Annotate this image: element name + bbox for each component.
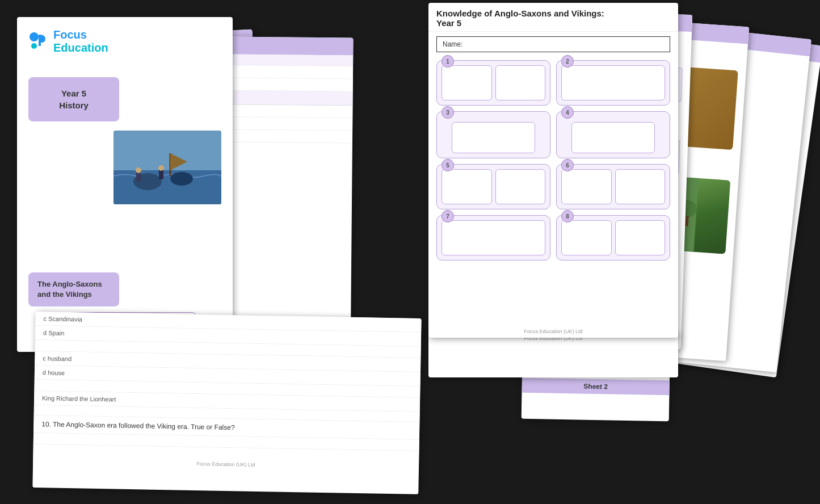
name-field: Name: <box>436 36 670 52</box>
logo-text: Focus Education <box>53 28 108 54</box>
k-num-5: 5 <box>441 159 454 171</box>
bottom-knowledge-footer: Focus Education (UK) Ltd <box>428 332 678 377</box>
knowledge-footer: Focus Education (UK) Ltd <box>428 329 678 334</box>
k-box-5a <box>441 169 492 204</box>
k-box-3 <box>441 122 545 153</box>
k-box-2a <box>561 65 665 100</box>
cover-image <box>113 131 221 204</box>
year-label: Year 5 <box>40 89 108 98</box>
topic-label: The Anglo-Saxons and the Vikings <box>37 279 110 300</box>
k-box-4 <box>561 122 665 153</box>
viking-scene <box>113 131 221 204</box>
k-box-8a <box>561 220 612 255</box>
k-num-7: 7 <box>441 210 454 222</box>
sheet2-label: Sheet 2 <box>522 378 670 396</box>
svg-point-5 <box>170 172 193 186</box>
svg-point-10 <box>158 165 164 171</box>
k-num-6: 6 <box>561 159 574 171</box>
year-subject-box: Year 5 History <box>28 77 119 121</box>
k-item-5: 5 <box>436 164 550 209</box>
quiz-bottom: c Scandinavia d Spain c husband d house … <box>32 312 421 494</box>
svg-rect-2 <box>113 131 221 176</box>
svg-point-1 <box>31 43 37 49</box>
svg-point-8 <box>136 167 141 173</box>
k-box-6a <box>561 169 612 204</box>
k-item-4: 4 <box>556 111 670 158</box>
scene-svg <box>113 131 221 204</box>
k-item-6: 6 <box>556 164 670 209</box>
k-num-3: 3 <box>441 106 454 119</box>
knowledge-page: Knowledge of Anglo-Saxons and Vikings:Ye… <box>428 3 678 338</box>
cover-page: Focus Education Year 5 History <box>17 17 233 352</box>
k-item-1: 1 <box>436 60 550 106</box>
k-box-6b <box>615 169 666 204</box>
k-item-7: 7 <box>436 215 550 261</box>
k-box-1b <box>495 65 546 100</box>
k-num-4: 4 <box>561 106 574 119</box>
k-box-4a <box>571 122 654 153</box>
knowledge-title: Knowledge of Anglo-Saxons and Vikings:Ye… <box>428 3 678 32</box>
k-box-1a <box>441 65 492 100</box>
k-box-5b <box>495 169 546 204</box>
k-box-3a <box>452 122 535 153</box>
k-item-2: 2 <box>556 60 670 106</box>
subject-label: History <box>40 100 108 110</box>
logo-area: Focus Education <box>17 17 233 60</box>
logo-icon <box>28 31 49 52</box>
k-box-7a <box>441 220 545 255</box>
svg-point-0 <box>30 32 39 41</box>
k-num-8: 8 <box>561 210 574 222</box>
knowledge-grid: 1 2 3 4 5 6 <box>428 57 678 264</box>
k-num-1: 1 <box>441 55 454 68</box>
k-box-8b <box>615 220 666 255</box>
k-item-3: 3 <box>436 111 550 158</box>
topic-box: The Anglo-Saxons and the Vikings <box>28 272 119 306</box>
k-num-2: 2 <box>561 55 574 68</box>
k-item-8: 8 <box>556 215 670 261</box>
